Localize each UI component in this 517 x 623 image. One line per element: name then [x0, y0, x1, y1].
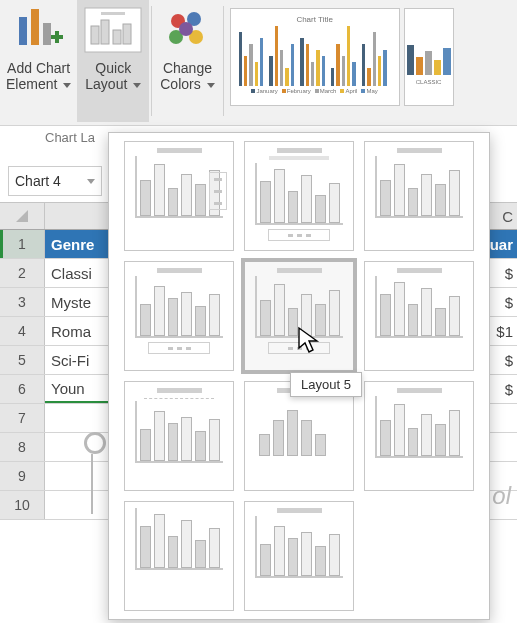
layout-option-2[interactable]: [244, 141, 354, 251]
row-header[interactable]: 1: [0, 230, 45, 258]
svg-rect-0: [19, 17, 27, 45]
chevron-down-icon: [207, 83, 215, 88]
row-header[interactable]: 8: [0, 433, 45, 461]
tooltip: Layout 5: [290, 372, 362, 397]
svg-rect-1: [31, 9, 39, 45]
row-header[interactable]: 7: [0, 404, 45, 432]
svg-rect-2: [43, 23, 51, 45]
ghost-text: ol: [492, 482, 511, 510]
svg-rect-7: [113, 30, 121, 44]
add-chart-element-button[interactable]: Add Chart Element: [0, 0, 77, 122]
ribbon: Add Chart Element Quick Layout Change Co…: [0, 0, 517, 126]
embedded-chart-handle[interactable]: [84, 432, 106, 514]
chart-style-preview-2[interactable]: CLASSIC: [404, 8, 454, 106]
svg-rect-8: [123, 24, 131, 44]
layout-option-9[interactable]: [364, 381, 474, 491]
row-header[interactable]: 6: [0, 375, 45, 403]
layout-option-5[interactable]: [244, 261, 354, 371]
layout-option-4[interactable]: [124, 261, 234, 371]
chart-preview-bars: [237, 26, 393, 86]
layout-option-10[interactable]: [124, 501, 234, 611]
chevron-down-icon: [133, 83, 141, 88]
row-header[interactable]: 2: [0, 259, 45, 287]
row-header[interactable]: 3: [0, 288, 45, 316]
quick-layout-button[interactable]: Quick Layout: [77, 0, 149, 122]
name-box[interactable]: Chart 4: [8, 166, 102, 196]
svg-rect-4: [101, 12, 125, 15]
change-colors-label: Change Colors: [160, 60, 214, 92]
svg-rect-5: [91, 26, 99, 44]
change-colors-button[interactable]: Change Colors: [154, 0, 220, 122]
layout-option-1[interactable]: [124, 141, 234, 251]
chart-style-preview-1[interactable]: Chart Title JanuaryFebruaryMarchAprilMay: [230, 8, 400, 106]
chart-preview-legend: JanuaryFebruaryMarchAprilMay: [237, 88, 393, 94]
layout-option-3[interactable]: [364, 141, 474, 251]
quick-layout-icon: [83, 2, 143, 58]
row-header[interactable]: 5: [0, 346, 45, 374]
chart-preview-title: Chart Title: [237, 15, 393, 24]
ribbon-group-label: Chart La: [45, 130, 95, 145]
layout-option-8[interactable]: [244, 381, 354, 491]
layout-option-7[interactable]: [124, 381, 234, 491]
change-colors-icon: [162, 2, 212, 58]
row-header[interactable]: 9: [0, 462, 45, 490]
chevron-down-icon: [63, 83, 71, 88]
svg-rect-6: [101, 20, 109, 44]
quick-layout-label: Quick Layout: [85, 60, 141, 92]
add-chart-element-label: Add Chart Element: [6, 60, 71, 92]
layout-option-11[interactable]: [244, 501, 354, 611]
row-header[interactable]: 10: [0, 491, 45, 519]
select-all-corner[interactable]: [0, 203, 45, 229]
add-chart-element-icon: [13, 2, 65, 58]
svg-point-13: [179, 22, 193, 36]
layout-option-6[interactable]: [364, 261, 474, 371]
row-header[interactable]: 4: [0, 317, 45, 345]
